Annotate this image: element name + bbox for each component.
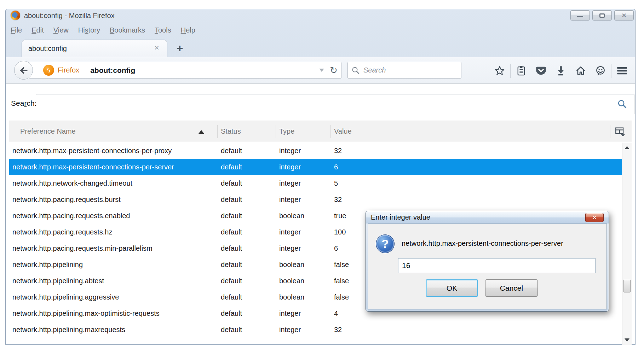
table-row[interactable]: network.http.network-changed.timeoutdefa… (9, 175, 623, 191)
dialog-close-button[interactable]: ✕ (585, 213, 604, 222)
cell-type: integer (279, 309, 334, 318)
menu-view[interactable]: View (53, 26, 69, 34)
restore-icon (599, 13, 605, 18)
site-identity-icon[interactable]: ϟ (43, 65, 54, 76)
cell-value: 5 (334, 179, 623, 187)
cell-status: default (221, 212, 279, 220)
column-separator[interactable] (276, 125, 276, 138)
cell-type: integer (279, 244, 334, 253)
minimize-button[interactable] (570, 10, 590, 21)
menu-bar: FileEditViewHistoryBookmarksToolsHelp (11, 24, 195, 36)
cell-name: network.http.pacing.requests.burst (12, 196, 221, 204)
hello-button[interactable] (591, 61, 610, 81)
arrow-down-icon (625, 338, 629, 342)
tab-label: about:config (28, 45, 67, 53)
sort-ascending-icon (199, 130, 204, 134)
star-icon (494, 65, 505, 76)
cell-status: default (221, 326, 279, 334)
menu-bookmarks[interactable]: Bookmarks (110, 26, 145, 34)
cell-type: integer (279, 147, 334, 155)
tab-close-icon[interactable]: × (154, 43, 159, 52)
page-search-input[interactable] (36, 94, 634, 114)
tab-about-config[interactable]: about:config × (22, 40, 167, 57)
scroll-up-button[interactable] (622, 143, 632, 152)
toolbar-search-input[interactable] (363, 66, 458, 74)
column-separator[interactable] (330, 125, 331, 138)
page-search-label: Search: (11, 99, 36, 108)
menu-tools[interactable]: Tools (155, 26, 171, 34)
cell-type: integer (279, 326, 334, 334)
cell-type: integer (279, 163, 334, 171)
cell-name: network.http.pipelining.abtest (12, 277, 221, 285)
menu-panel-button[interactable] (612, 61, 632, 81)
clipboard-icon (516, 65, 526, 76)
cell-status: default (221, 261, 279, 269)
cell-type: boolean (279, 277, 334, 285)
reload-icon[interactable]: ↻ (330, 66, 338, 75)
search-icon (351, 66, 360, 75)
new-tab-button[interactable]: + (173, 42, 187, 54)
cell-name: network.http.pacing.requests.hz (12, 228, 221, 236)
dialog-message: network.http.max-persistent-connections-… (402, 239, 563, 248)
dialog-title-bar[interactable]: Enter integer value ✕ (366, 211, 609, 224)
url-dropdown-icon[interactable] (319, 69, 324, 72)
header-value[interactable]: Value (334, 121, 352, 142)
table-row[interactable]: network.http.max-persistent-connections-… (9, 159, 623, 175)
column-picker-button[interactable] (615, 127, 626, 137)
pocket-button[interactable] (531, 61, 551, 81)
url-bar[interactable]: ϟ Firefox about:config ↻ (29, 62, 341, 79)
hello-smiley-icon (595, 65, 606, 76)
cell-type: integer (279, 228, 334, 236)
home-button[interactable] (571, 61, 591, 81)
header-type[interactable]: Type (279, 121, 294, 142)
cell-value: 32 (334, 196, 623, 204)
menu-history[interactable]: History (78, 26, 100, 34)
home-icon (575, 65, 586, 76)
dialog-title: Enter integer value (371, 213, 430, 221)
cell-status: default (221, 196, 279, 204)
cancel-button[interactable]: Cancel (485, 279, 538, 297)
column-separator[interactable] (610, 125, 610, 138)
header-status[interactable]: Status (221, 121, 241, 142)
cell-status: default (221, 277, 279, 285)
firefox-app-icon (11, 11, 20, 20)
toolbar-search-box[interactable] (347, 62, 461, 79)
menu-help[interactable]: Help (181, 26, 195, 34)
nav-toolbar: ϟ Firefox about:config ↻ (6, 57, 635, 84)
cell-status: default (221, 179, 279, 187)
bookmarks-menu-button[interactable] (511, 61, 531, 81)
hamburger-menu-icon (616, 66, 628, 75)
scrollbar-thumb[interactable] (623, 280, 631, 292)
question-icon: ? (376, 234, 395, 253)
cell-status: default (221, 228, 279, 236)
table-row[interactable]: network.http.pacing.requests.burstdefaul… (9, 191, 623, 208)
cell-type: integer (279, 196, 334, 204)
enter-integer-dialog: Enter integer value ✕ ? network.http.max… (366, 211, 609, 312)
downloads-button[interactable] (551, 61, 571, 81)
menu-file[interactable]: File (11, 26, 22, 34)
cell-value: 32 (334, 326, 623, 334)
cell-status: default (221, 309, 279, 318)
cell-status: default (221, 147, 279, 155)
back-button[interactable] (14, 61, 33, 80)
cell-name: network.http.max-persistent-connections-… (12, 147, 221, 155)
close-icon: ✕ (621, 12, 627, 19)
vertical-scrollbar[interactable] (622, 143, 632, 345)
title-bar[interactable]: about:config - Mozilla Firefox ✕ (6, 9, 635, 22)
header-preference-name[interactable]: Preference Name (20, 121, 76, 142)
cell-name: network.http.max-persistent-connections-… (12, 163, 221, 171)
table-row[interactable]: network.http.pipelining.maxrequestsdefau… (9, 321, 623, 338)
maximize-button[interactable] (592, 10, 612, 21)
firefox-window: about:config - Mozilla Firefox ✕ FileEdi… (5, 9, 636, 345)
ok-button[interactable]: OK (426, 279, 478, 297)
url-text[interactable]: about:config (90, 66, 135, 75)
column-separator[interactable] (217, 125, 218, 138)
dialog-close-icon: ✕ (592, 215, 597, 221)
column-picker-icon (615, 127, 626, 137)
scroll-down-button[interactable] (622, 336, 632, 344)
bookmark-star-button[interactable] (490, 61, 510, 81)
menu-edit[interactable]: Edit (31, 26, 44, 34)
integer-value-input[interactable] (398, 258, 596, 273)
close-button[interactable]: ✕ (614, 10, 634, 21)
table-row[interactable]: network.http.max-persistent-connections-… (9, 143, 623, 159)
